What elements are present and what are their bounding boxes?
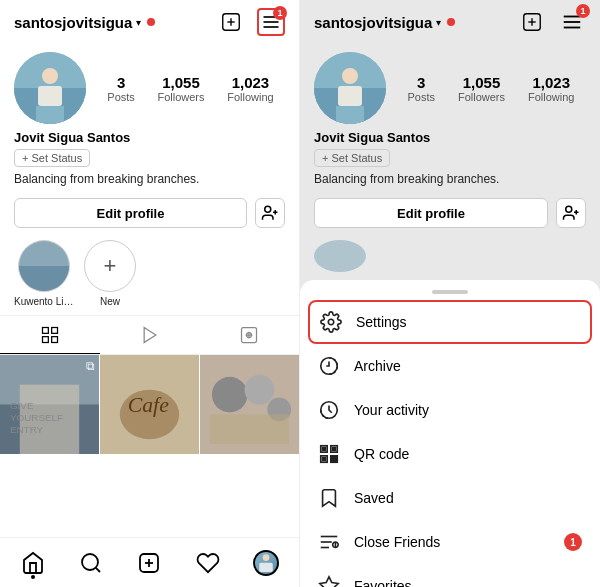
drawer-item-saved[interactable]: Saved (300, 476, 600, 520)
drawer-item-close-friends[interactable]: Close Friends 1 (300, 520, 600, 564)
right-header: santosjovitsigua ▾ 1 (300, 0, 600, 44)
saved-icon (318, 487, 340, 509)
profile-info: Jovit Sigua Santos + Set Status Balancin… (0, 130, 299, 198)
settings-icon (320, 311, 342, 333)
svg-rect-67 (323, 458, 326, 461)
drawer-item-archive[interactable]: Archive (300, 344, 600, 388)
right-profile-name: Jovit Sigua Santos (314, 130, 586, 145)
svg-rect-10 (38, 86, 62, 106)
right-add-post-button[interactable] (518, 8, 546, 36)
svg-point-35 (245, 375, 275, 405)
tab-grid[interactable] (0, 316, 100, 354)
right-menu-button[interactable]: 1 (558, 8, 586, 36)
story-item-new[interactable]: + New (84, 240, 136, 307)
right-stories-partial (300, 236, 600, 276)
story-new-circle[interactable]: + (84, 240, 136, 292)
svg-marker-21 (144, 327, 156, 342)
svg-rect-44 (259, 562, 273, 571)
add-person-button[interactable] (255, 198, 285, 228)
stats-row: 3 Posts 1,055 Followers 1,023 Following (96, 74, 285, 103)
set-status-button[interactable]: + Set Status (14, 149, 90, 167)
close-friends-badge: 1 (564, 533, 582, 551)
header-left: santosjovitsigua ▾ (14, 14, 155, 31)
right-buttons-row: Edit profile (300, 198, 600, 236)
avatar (14, 52, 86, 124)
nav-home-dot (31, 575, 35, 579)
followers-stat: 1,055 Followers (157, 74, 204, 103)
grid-cell-2[interactable]: Cafe (100, 355, 199, 454)
settings-label: Settings (356, 314, 580, 330)
posts-count: 3 (117, 74, 125, 91)
right-notification-dot (447, 18, 455, 26)
add-post-button[interactable] (217, 8, 245, 36)
dropdown-icon[interactable]: ▾ (136, 17, 141, 28)
grid-cell-3[interactable] (200, 355, 299, 454)
drawer-item-activity[interactable]: Your activity (300, 388, 600, 432)
story-item-kuwento[interactable]: Kuwento Litrato (14, 240, 74, 307)
svg-rect-11 (36, 106, 64, 124)
svg-point-12 (265, 206, 271, 212)
right-add-person-button[interactable] (556, 198, 586, 228)
activity-label: Your activity (354, 402, 582, 418)
right-posts-count: 3 (417, 74, 425, 91)
right-edit-profile-button[interactable]: Edit profile (314, 198, 548, 228)
right-followers-count: 1,055 (463, 74, 501, 91)
followers-count: 1,055 (162, 74, 200, 91)
tab-reels[interactable] (100, 316, 200, 354)
menu-button[interactable]: 1 (257, 8, 285, 36)
svg-rect-18 (51, 327, 57, 333)
edit-profile-button[interactable]: Edit profile (14, 198, 247, 228)
profile-bio: Balancing from breaking branches. (14, 172, 285, 186)
right-header-left: santosjovitsigua ▾ (314, 14, 455, 31)
svg-rect-69 (331, 456, 334, 459)
grid-cell-1[interactable]: GIVE YOURSELF ENTRY ⧉ (0, 355, 99, 454)
close-friends-icon (318, 531, 340, 553)
svg-rect-72 (335, 456, 338, 459)
followers-label: Followers (157, 91, 204, 103)
right-username-label: santosjovitsigua (314, 14, 432, 31)
svg-point-59 (328, 319, 334, 325)
tab-tagged[interactable] (199, 316, 299, 354)
svg-point-38 (82, 554, 98, 570)
right-stats-row: 3 Posts 1,055 Followers 1,023 Following (396, 74, 586, 103)
svg-rect-70 (335, 460, 338, 463)
svg-rect-65 (323, 448, 326, 451)
favorites-icon (318, 575, 340, 587)
qr-icon (318, 443, 340, 465)
story-label-new: New (100, 296, 120, 307)
posts-stat: 3 Posts (107, 74, 135, 103)
right-set-status[interactable]: + Set Status (314, 149, 390, 167)
drawer-item-favorites[interactable]: Favorites (300, 564, 600, 587)
nav-add-button[interactable] (127, 541, 171, 585)
nav-home-button[interactable] (11, 541, 55, 585)
favorites-label: Favorites (354, 578, 582, 587)
right-profile-info: Jovit Sigua Santos + Set Status Balancin… (300, 130, 600, 198)
svg-text:GIVE: GIVE (10, 400, 34, 411)
right-story-partial (314, 240, 366, 272)
svg-rect-17 (42, 327, 48, 333)
svg-point-9 (42, 68, 58, 84)
right-followers-stat: 1,055 Followers (458, 74, 505, 103)
svg-rect-37 (210, 414, 289, 444)
nav-profile-button[interactable] (244, 541, 288, 585)
svg-rect-20 (51, 336, 57, 342)
svg-rect-54 (338, 86, 362, 106)
right-menu-badge: 1 (576, 4, 590, 18)
photo-grid: GIVE YOURSELF ENTRY ⧉ Cafe (0, 355, 299, 537)
right-posts-stat: 3 Posts (407, 74, 435, 103)
left-header: santosjovitsigua ▾ 1 (0, 0, 299, 44)
right-following-label: Following (528, 91, 574, 103)
following-label: Following (227, 91, 273, 103)
right-avatar (314, 52, 386, 124)
right-dropdown-icon[interactable]: ▾ (436, 17, 441, 28)
right-profile-section: 3 Posts 1,055 Followers 1,023 Following (300, 44, 600, 130)
drawer-item-settings[interactable]: Settings (308, 300, 592, 344)
nav-heart-button[interactable] (186, 541, 230, 585)
nav-search-button[interactable] (69, 541, 113, 585)
drawer-item-qr[interactable]: QR code (300, 432, 600, 476)
right-posts-label: Posts (407, 91, 435, 103)
menu-badge: 1 (273, 6, 287, 20)
svg-rect-19 (42, 336, 48, 342)
svg-text:ENTRY: ENTRY (10, 424, 44, 435)
drawer: Settings Archive Your acti (300, 280, 600, 587)
